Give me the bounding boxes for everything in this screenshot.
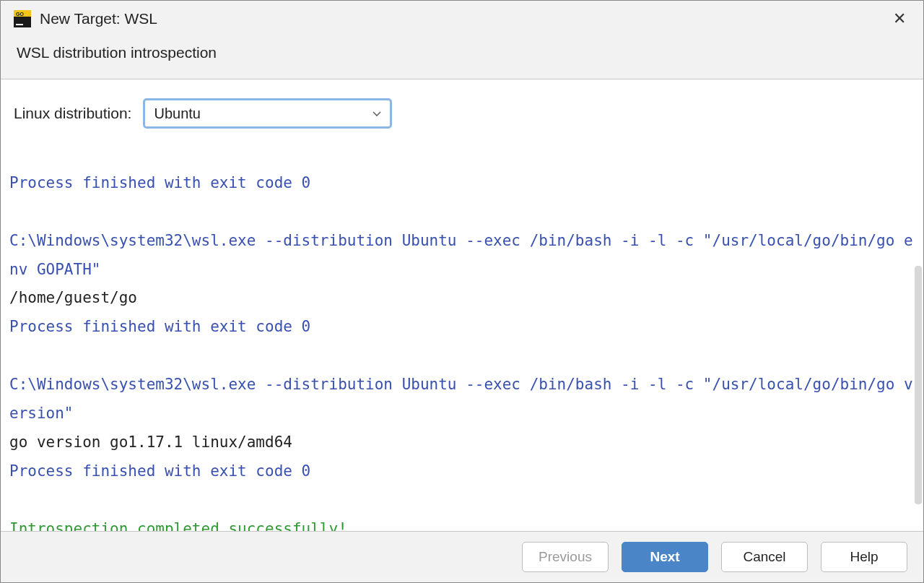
console-line: Process finished with exit code 0 (9, 318, 310, 335)
scrollbar-thumb[interactable] (915, 266, 922, 504)
console-blank (9, 486, 915, 515)
console-blank (9, 198, 915, 227)
console-line: go version go1.17.1 linux/amd64 (9, 433, 292, 451)
form-row-linux-distribution: Linux distribution: Ubuntu (1, 79, 923, 136)
previous-button: Previous (522, 542, 609, 572)
console-line: Process finished with exit code 0 (9, 174, 310, 191)
console-line: C:\Windows\system32\wsl.exe --distributi… (9, 376, 913, 422)
help-button[interactable]: Help (821, 542, 907, 572)
close-icon[interactable]: ✕ (889, 8, 910, 30)
wizard-step-title: WSL distribution introspection (1, 31, 923, 79)
linux-distribution-select[interactable]: Ubuntu (143, 98, 392, 129)
introspection-console: Process finished with exit code 0 C:\Win… (1, 136, 923, 531)
goland-app-icon: GO (14, 10, 31, 27)
console-line: /home/guest/go (9, 289, 137, 306)
window-title: New Target: WSL (40, 10, 889, 27)
console-line: C:\Windows\system32\wsl.exe --distributi… (9, 232, 913, 278)
console-line: Process finished with exit code 0 (9, 462, 310, 480)
svg-rect-3 (16, 24, 23, 25)
console-success-line: Introspection completed successfully! (9, 520, 347, 531)
wizard-footer: Previous Next Cancel Help (1, 531, 923, 582)
linux-distribution-value: Ubuntu (154, 105, 372, 122)
linux-distribution-label: Linux distribution: (14, 105, 131, 122)
console-blank (9, 342, 915, 371)
chevron-down-icon (372, 108, 381, 119)
svg-text:GO: GO (16, 12, 24, 17)
next-button[interactable]: Next (622, 542, 708, 572)
cancel-button[interactable]: Cancel (721, 542, 808, 572)
titlebar: GO New Target: WSL ✕ (1, 1, 923, 31)
